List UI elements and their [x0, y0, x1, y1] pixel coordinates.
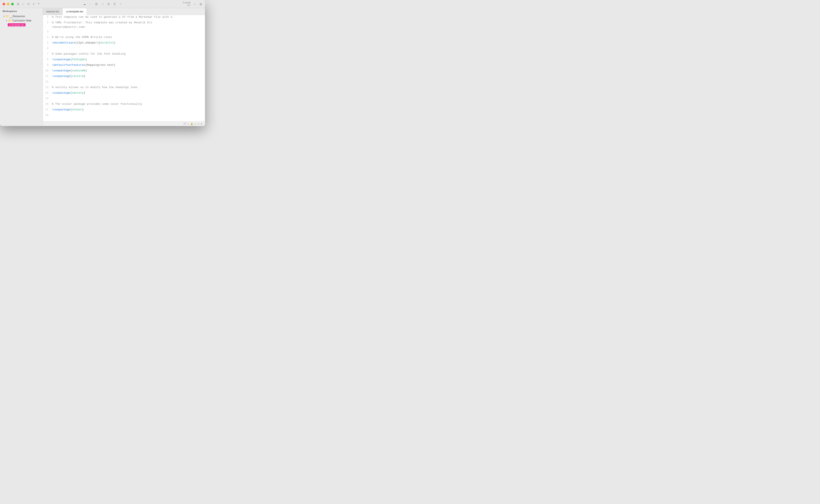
line-content: % sectsty allows us to modify how the he…: [52, 85, 205, 90]
line-number: 11: [43, 74, 52, 78]
line-content: % YAML frontmatter. This template was cr…: [52, 21, 205, 30]
line-content: \documentclass[11pt,a4paper]{scrartcl}: [52, 41, 205, 45]
warning-icon: ⚠: [194, 123, 196, 125]
line-number: 13: [43, 85, 52, 90]
status-divider: |: [188, 123, 189, 125]
line-number: 16: [43, 102, 52, 106]
folder-icon: 📁: [6, 15, 9, 18]
line-content: \usepackage{fontspec}: [52, 57, 205, 62]
sidebar-item-resources[interactable]: ▾ 📁 __Resources: [0, 14, 43, 18]
line-content: [52, 30, 205, 34]
line-number: 14: [43, 91, 52, 95]
table-row: 9 \defaultfontfeatures{Mapping=tex-text}: [43, 63, 205, 69]
table-row: 15: [43, 96, 205, 102]
line-content: [52, 46, 205, 51]
line-content: % Some packages useful for the font hand…: [52, 52, 205, 56]
line-number: 6: [43, 47, 52, 51]
line-content: \usepackage{sectsty}: [52, 91, 205, 95]
app-window: ⊞ ⌕ ↺ ⇗ ❝ ☁ ← ⛓ ⬚ ⊞ ☰ ⎍ 0 words 3:1 ⌕ ▤ …: [0, 0, 205, 126]
sidebar-item-curriculum-vitae[interactable]: ▾ 📁 Curriculum Vitae: [0, 18, 43, 23]
chart-icon: ⎍: [119, 2, 122, 6]
line-number: 10: [43, 69, 52, 73]
table-row: 14 \usepackage{sectsty}: [43, 91, 205, 96]
line-number: 17: [43, 108, 52, 112]
minimize-button[interactable]: [7, 3, 9, 5]
tabs-bar: beamer.tex cv.template.tex: [43, 8, 205, 15]
line-number: 12: [43, 80, 52, 84]
image-icon: ⬚: [101, 2, 104, 6]
titlebar-tools: ⊞ ⌕ ↺ ⇗ ❝: [16, 2, 40, 6]
line-content: % We're using the KOMA Article class: [52, 35, 205, 40]
table-row: 4 % We're using the KOMA Article class: [43, 35, 205, 41]
chevron-down-icon: ▾: [3, 15, 5, 17]
table-row: 13 % sectsty allows us to modify how the…: [43, 85, 205, 91]
search-icon[interactable]: ⌕: [21, 2, 25, 6]
line-number: 7: [43, 52, 52, 56]
cloud-icon: ☁: [83, 2, 86, 6]
tag-icon[interactable]: ⇗: [32, 2, 35, 6]
tab-beamer[interactable]: beamer.tex: [43, 8, 63, 15]
sidebar-item-label: Curriculum Vitae: [12, 19, 31, 22]
search-right-icon[interactable]: ⌕: [193, 2, 196, 6]
line-content: \usepackage{xcolor}: [52, 108, 205, 112]
line-content: \usepackage{xltxtra}: [52, 74, 205, 79]
line-content: % The xcolor package provides some color…: [52, 102, 205, 107]
line-content: \usepackage{xunicode}: [52, 69, 205, 73]
line-content: % This template can be used to generate …: [52, 15, 205, 20]
word-count: 0 words 3:1: [183, 1, 190, 7]
editor-area: beamer.tex cv.template.tex 1 % This temp…: [43, 8, 205, 126]
history-icon[interactable]: ↺: [27, 2, 30, 6]
chevron-down-icon: ▾: [6, 20, 7, 22]
sidebar-file-cv-template[interactable]: cv.template.tex: [0, 23, 43, 27]
code-editor[interactable]: 1 % This template can be used to generat…: [43, 15, 205, 121]
line-number: 9: [43, 63, 52, 67]
table-row: 11 \usepackage{xltxtra}: [43, 74, 205, 80]
sidebar-toggle-icon[interactable]: ▤: [199, 2, 202, 6]
link-icon: ⛓: [95, 2, 98, 6]
line-number: 3: [43, 30, 52, 34]
line-number: 18: [43, 113, 52, 117]
line-content: [52, 96, 205, 101]
folder-icon: 📁: [8, 19, 12, 22]
table-row: 5 \documentclass[11pt,a4paper]{scrartcl}: [43, 41, 205, 46]
quote-icon[interactable]: ❝: [37, 2, 40, 6]
tab-cv-template[interactable]: cv.template.tex: [63, 8, 87, 15]
back-icon[interactable]: ←: [89, 2, 92, 6]
table-row: 7 % Some packages useful for the font ha…: [43, 52, 205, 57]
table-row: 8 \usepackage{fontspec}: [43, 57, 205, 63]
table-row: 2 % YAML frontmatter. This template was …: [43, 21, 205, 30]
main-area: Workspaces ▾ 📁 __Resources ▾ 📁 Curriculu…: [0, 8, 205, 126]
lock-icon: 🔒: [190, 123, 193, 125]
table-row: 12: [43, 80, 205, 85]
table-row: 17 \usepackage{xcolor}: [43, 108, 205, 113]
settings-icon: ⊙: [197, 123, 199, 125]
file-badge: cv.template.tex: [8, 23, 26, 26]
cursor-position: 3:1: [183, 123, 186, 125]
line-number: 5: [43, 41, 52, 45]
line-number: 1: [43, 15, 52, 19]
titlebar: ⊞ ⌕ ↺ ⇗ ❝ ☁ ← ⛓ ⬚ ⊞ ☰ ⎍ 0 words 3:1 ⌕ ▤: [0, 0, 205, 8]
titlebar-center: ☁ ← ⛓ ⬚ ⊞ ☰ ⎍: [83, 2, 122, 6]
grid-icon[interactable]: ⊞: [16, 2, 20, 6]
line-content: \defaultfontfeatures{Mapping=tex-text}: [52, 63, 205, 68]
table-row: 16 % The xcolor package provides some co…: [43, 102, 205, 108]
sidebar-header: Workspaces: [0, 8, 43, 14]
line-content: [52, 113, 205, 118]
status-bar: 3:1 | 🔒 ⚠ ⊙ ◎: [43, 121, 205, 126]
sidebar: Workspaces ▾ 📁 __Resources ▾ 📁 Curriculu…: [0, 8, 43, 126]
close-button[interactable]: [3, 3, 5, 5]
status-icons: 🔒 ⚠ ⊙ ◎: [190, 123, 202, 125]
table-row: 6: [43, 46, 205, 52]
titlebar-right: 0 words 3:1 ⌕ ▤: [183, 1, 202, 7]
table-row: 10 \usepackage{xunicode}: [43, 69, 205, 74]
table-row: 3: [43, 30, 205, 35]
table-row: 1 % This template can be used to generat…: [43, 15, 205, 21]
maximize-button[interactable]: [11, 3, 14, 5]
sidebar-item-label: __Resources: [10, 15, 25, 18]
line-number: 4: [43, 35, 52, 39]
line-content: [52, 80, 205, 84]
traffic-lights: [3, 3, 14, 5]
circle-icon: ◎: [200, 123, 202, 125]
table-icon: ⊞: [107, 2, 110, 6]
line-number: 15: [43, 97, 52, 101]
